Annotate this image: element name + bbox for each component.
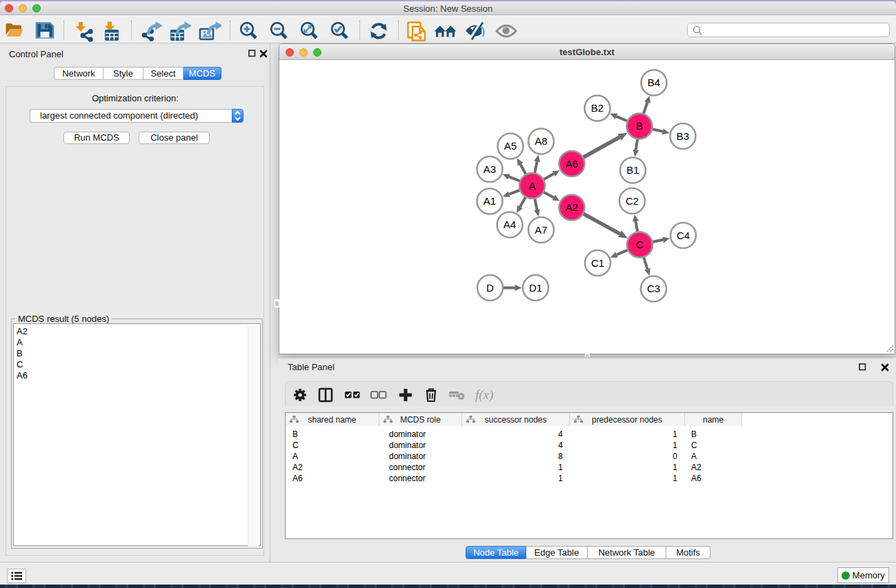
svg-text:A4: A4 [504,219,516,230]
svg-text:f(x): f(x) [475,387,493,403]
svg-text:B: B [636,120,643,132]
svg-text:A6: A6 [566,158,578,170]
svg-text:C1: C1 [591,257,604,269]
svg-text:B3: B3 [677,130,689,142]
svg-text:A5: A5 [504,140,517,152]
svg-text:C: C [636,239,644,250]
svg-text:A2: A2 [566,201,578,213]
svg-text:A7: A7 [535,224,547,236]
svg-text:A8: A8 [535,135,547,147]
svg-text:B2: B2 [591,102,604,114]
svg-text:D: D [486,282,494,294]
svg-text:B4: B4 [648,77,660,88]
svg-text:C3: C3 [647,283,660,294]
svg-text:C2: C2 [626,195,639,207]
svg-text:C4: C4 [677,230,690,241]
svg-text:A3: A3 [484,163,496,175]
svg-text:A1: A1 [484,195,496,207]
svg-text:B1: B1 [626,164,639,176]
svg-text:A: A [528,180,535,192]
svg-text:D1: D1 [529,282,542,294]
